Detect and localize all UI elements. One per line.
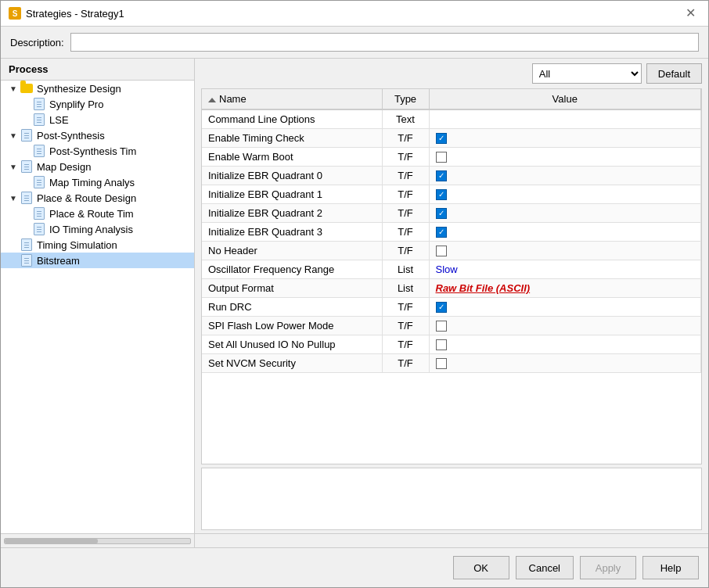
- row-name: Enable Warm Boot: [202, 148, 382, 167]
- row-name: Enable Timing Check: [202, 129, 382, 148]
- checkbox[interactable]: [436, 170, 447, 181]
- doc-icon: [32, 113, 46, 126]
- sidebar-item-place-route-tim[interactable]: Place & Route Tim: [1, 206, 194, 221]
- sidebar-item-bitstream[interactable]: Bitstream: [1, 253, 194, 268]
- table-row: Enable Warm Boot T/F: [202, 148, 701, 167]
- sidebar-item-map-design[interactable]: ▼ Map Design: [1, 159, 194, 174]
- row-value[interactable]: [429, 298, 701, 317]
- sidebar-item-synthesize-design[interactable]: ▼ Synthesize Design: [1, 81, 194, 96]
- checkbox[interactable]: [436, 246, 447, 256]
- titlebar: S Strategies - Strategy1 ✕: [1, 1, 708, 27]
- default-button[interactable]: Default: [646, 63, 702, 84]
- sort-arrow: [208, 98, 216, 102]
- checkbox[interactable]: [436, 227, 447, 238]
- row-type: T/F: [382, 317, 429, 335]
- row-value[interactable]: [429, 204, 701, 223]
- sidebar-item-label: Synthesize Design: [37, 83, 121, 95]
- row-name: Set NVCM Security: [202, 354, 382, 373]
- close-button[interactable]: ✕: [681, 5, 700, 21]
- sidebar-item-label: Timing Simulation: [37, 239, 117, 251]
- sidebar-item-label: LSE: [49, 114, 69, 126]
- row-type: Text: [382, 109, 429, 129]
- row-type: T/F: [382, 167, 429, 185]
- sidebar-item-label: Map Timing Analys: [49, 177, 135, 188]
- group-icon: [20, 192, 34, 204]
- checkbox[interactable]: [436, 152, 447, 163]
- sidebar-item-label: Bitstream: [37, 255, 80, 267]
- sidebar-item-lse[interactable]: LSE: [1, 112, 194, 127]
- filter-select[interactable]: All Modified Non-default: [532, 63, 642, 84]
- doc-icon: [32, 207, 46, 220]
- row-value[interactable]: [429, 317, 701, 335]
- table-row: Set All Unused IO No Pullup T/F: [202, 335, 701, 354]
- checkbox[interactable]: [436, 321, 447, 332]
- sidebar-item-post-synthesis[interactable]: ▼ Post-Synthesis: [1, 127, 194, 143]
- row-value[interactable]: [429, 129, 701, 148]
- row-value[interactable]: [429, 242, 701, 260]
- row-type: T/F: [382, 204, 429, 223]
- table-row: Output Format List Raw Bit File (ASCII): [202, 279, 701, 298]
- sidebar-item-map-timing[interactable]: Map Timing Analys: [1, 174, 194, 190]
- doc-icon: [32, 145, 46, 157]
- row-value[interactable]: [429, 354, 701, 373]
- group-icon: [20, 160, 34, 173]
- table-row: Initialize EBR Quadrant 2 T/F: [202, 204, 701, 223]
- row-value[interactable]: Slow: [429, 260, 701, 279]
- checkbox[interactable]: [436, 302, 447, 313]
- row-type: T/F: [382, 354, 429, 373]
- row-value[interactable]: Raw Bit File (ASCII): [429, 279, 701, 298]
- checkbox[interactable]: [436, 339, 447, 350]
- sidebar-item-label: Post-Synthesis: [37, 130, 105, 142]
- table-row: Initialize EBR Quadrant 0 T/F: [202, 167, 701, 185]
- main-content: Process ▼ Synthesize Design Synplify Pro: [1, 59, 708, 533]
- apply-button[interactable]: Apply: [580, 556, 636, 579]
- row-name: Initialize EBR Quadrant 0: [202, 167, 382, 185]
- sidebar-item-label: Map Design: [37, 161, 91, 173]
- row-type: T/F: [382, 148, 429, 167]
- row-value[interactable]: [429, 185, 701, 204]
- row-value[interactable]: [429, 335, 701, 354]
- expand-arrow: ▼: [7, 163, 20, 171]
- sidebar-item-label: Synplify Pro: [49, 99, 103, 110]
- expand-arrow: ▼: [7, 84, 20, 93]
- sidebar-item-place-route[interactable]: ▼ Place & Route Design: [1, 190, 194, 206]
- description-label: Description:: [10, 37, 64, 48]
- col-header-value: Value: [429, 89, 701, 109]
- sidebar-header: Process: [1, 59, 194, 81]
- table-row: Enable Timing Check T/F: [202, 129, 701, 148]
- right-panel: All Modified Non-default Default Name Ty…: [195, 59, 708, 533]
- sidebar-item-timing-sim[interactable]: Timing Simulation: [1, 237, 194, 253]
- row-value[interactable]: [429, 148, 701, 167]
- footer: OK Cancel Apply Help: [1, 547, 708, 587]
- row-type: T/F: [382, 185, 429, 204]
- group-icon: [20, 129, 34, 142]
- row-value[interactable]: [429, 167, 701, 185]
- help-button[interactable]: Help: [642, 556, 699, 579]
- sidebar-item-io-timing[interactable]: IO Timing Analysis: [1, 221, 194, 237]
- row-type: T/F: [382, 335, 429, 354]
- description-bar: Description:: [1, 27, 708, 59]
- row-name: SPI Flash Low Power Mode: [202, 317, 382, 335]
- sidebar-item-post-synthesis-tim[interactable]: Post-Synthesis Tim: [1, 143, 194, 159]
- ok-button[interactable]: OK: [453, 556, 509, 579]
- row-name: Run DRC: [202, 298, 382, 317]
- table-row: SPI Flash Low Power Mode T/F: [202, 317, 701, 335]
- sidebar-scrollbar[interactable]: [1, 534, 195, 547]
- description-input[interactable]: [70, 33, 699, 52]
- checkbox[interactable]: [436, 358, 447, 369]
- row-name: Command Line Options: [202, 109, 382, 129]
- sidebar-item-label: Place & Route Tim: [49, 208, 134, 220]
- row-type: T/F: [382, 298, 429, 317]
- doc-icon: [20, 254, 34, 267]
- table-row: Set NVCM Security T/F: [202, 354, 701, 373]
- row-type: List: [382, 260, 429, 279]
- cancel-button[interactable]: Cancel: [516, 556, 574, 579]
- sidebar-item-synplify-pro[interactable]: Synplify Pro: [1, 96, 194, 112]
- row-value[interactable]: [429, 223, 701, 242]
- right-spacer: [195, 534, 708, 547]
- checkbox[interactable]: [436, 208, 447, 219]
- checkbox[interactable]: [436, 189, 447, 200]
- checkbox[interactable]: [436, 133, 447, 144]
- properties-table-container: Name Type Value Command Line Options Tex…: [201, 88, 702, 464]
- row-type: T/F: [382, 242, 429, 260]
